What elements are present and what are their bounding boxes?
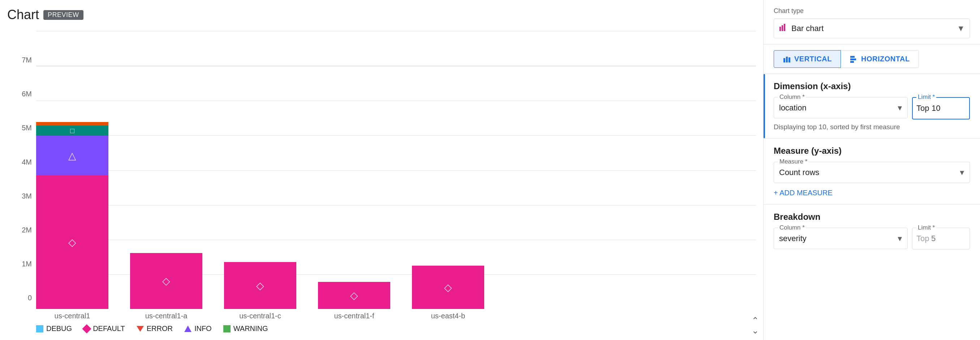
measure-heading: Measure (y-axis) (774, 146, 970, 156)
breakdown-limit-label: Limit * (916, 224, 936, 231)
y-label-7m: 7M (22, 31, 32, 65)
x-axis: us-central1 us-central1-a us-central1-c … (36, 309, 756, 320)
bar-stack-us-central1-c: ◇ (224, 262, 296, 309)
legend-debug-label: DEBUG (46, 324, 72, 333)
dimension-section: Dimension (x-axis) Column * location ▼ L… (764, 74, 980, 139)
x-label-us-central1-c: us-central1-c (224, 312, 296, 320)
limit-field-group: Limit * Top (912, 97, 970, 119)
bar-segment-error (36, 122, 108, 126)
svg-rect-3 (783, 58, 785, 62)
vertical-orientation-button[interactable]: VERTICAL (774, 50, 841, 68)
legend-error: ERROR (137, 324, 173, 333)
breakdown-column-select-arrow-icon: ▼ (896, 234, 904, 242)
measure-fields: Measure * Count rows ▼ (774, 162, 970, 183)
bar-segment-default-c: ◇ (224, 262, 296, 309)
bar-stack-us-central1: ◇ △ □ (36, 122, 108, 309)
breakdown-heading: Breakdown (774, 212, 970, 222)
preview-badge: PREVIEW (43, 10, 83, 20)
page-title: Chart (7, 7, 39, 22)
bar-group-us-central1-a: ◇ (130, 253, 202, 309)
measure-section: Measure (y-axis) Measure * Count rows ▼ … (764, 139, 980, 205)
measure-field-group: Measure * Count rows ▼ (774, 162, 970, 183)
breakdown-section: Breakdown Column * severity ▼ Limit * To… (764, 205, 980, 257)
chart-type-wrapper: Bar chart ▼ (774, 18, 970, 38)
bar-group-us-central1: ◇ △ □ (36, 122, 108, 309)
horizontal-label: HORIZONTAL (861, 55, 910, 63)
bar-stack-us-east4-b: ◇ (412, 266, 484, 309)
measure-field-label: Measure * (778, 158, 809, 165)
svg-rect-1 (782, 25, 783, 31)
bar-group-us-central1-f: ◇ (318, 282, 390, 309)
x-label-us-central1-f: us-central1-f (318, 312, 390, 320)
bar-stack-us-central1-f: ◇ (318, 282, 390, 309)
x-label-us-central1: us-central1 (36, 312, 108, 320)
svg-rect-6 (850, 56, 854, 58)
bar-segment-default-a: ◇ (130, 253, 202, 309)
chart-legend: DEBUG DEFAULT ERROR INFO WARNING (7, 320, 756, 333)
bars-area: ◇ △ □ (36, 31, 756, 309)
dimension-fields: Column * location ▼ Limit * Top (774, 97, 970, 119)
dimension-hint: Displaying top 10, sorted by first measu… (774, 123, 970, 131)
add-measure-button[interactable]: + ADD MEASURE (774, 189, 832, 197)
legend-warning-label: WARNING (234, 324, 268, 333)
y-axis: 0 1M 2M 3M 4M 5M 6M 7M (7, 31, 36, 320)
y-label-6m: 6M (22, 65, 32, 99)
breakdown-fields: Column * severity ▼ Limit * Top (774, 228, 970, 250)
legend-info-color (184, 326, 191, 332)
legend-default: DEFAULT (83, 324, 125, 333)
legend-warning-color (223, 325, 231, 332)
warning-icon: □ (70, 127, 75, 135)
svg-rect-8 (850, 61, 854, 63)
measure-select-arrow-icon: ▼ (958, 168, 966, 177)
svg-rect-2 (784, 24, 785, 31)
x-label-us-east4-b: us-east4-b (412, 312, 484, 320)
chart-type-select[interactable]: Bar chart (774, 18, 970, 38)
right-panel: Chart type Bar chart ▼ VERTICAL HORIZONT… (763, 0, 980, 340)
limit-prefix: Top (916, 104, 929, 113)
expand-collapse-button[interactable]: ⌃⌄ (752, 315, 759, 336)
x-label-us-central1-a: us-central1-a (130, 312, 202, 320)
column-select-arrow-icon: ▼ (896, 104, 904, 112)
column-field-group: Column * location ▼ (774, 97, 908, 119)
chart-type-arrow-icon: ▼ (957, 24, 965, 33)
bar-segment-default: ◇ (36, 176, 108, 309)
legend-error-color (137, 326, 144, 332)
legend-debug: DEBUG (36, 324, 72, 333)
bar-stack-us-central1-a: ◇ (130, 253, 202, 309)
horizontal-orientation-button[interactable]: HORIZONTAL (841, 50, 919, 68)
orientation-section: VERTICAL HORIZONTAL (764, 44, 980, 74)
bars-container: ◇ △ □ (36, 122, 756, 309)
legend-info: INFO (184, 324, 212, 333)
breakdown-limit-field-group: Limit * Top (912, 228, 970, 250)
bar-chart-icon (779, 23, 788, 34)
legend-default-color (82, 324, 91, 333)
legend-warning: WARNING (223, 324, 268, 333)
bar-segment-info: △ (36, 136, 108, 176)
svg-rect-0 (780, 27, 781, 31)
y-label-0: 0 (28, 269, 32, 303)
legend-error-label: ERROR (147, 324, 173, 333)
legend-debug-color (36, 325, 43, 332)
vertical-label: VERTICAL (794, 55, 832, 63)
bar-segment-default-e: ◇ (412, 266, 484, 309)
chart-inner: ◇ △ □ (36, 31, 756, 320)
info-icon: △ (68, 150, 76, 162)
breakdown-column-label: Column * (778, 224, 806, 231)
chart-type-label: Chart type (774, 7, 970, 15)
dimension-heading: Dimension (x-axis) (774, 81, 970, 91)
legend-default-label: DEFAULT (93, 324, 125, 333)
chart-type-section: Chart type Bar chart ▼ (764, 0, 980, 44)
default-icon-c: ◇ (256, 280, 264, 292)
column-field-label: Column * (778, 93, 806, 101)
bar-segment-warning: □ (36, 126, 108, 136)
chart-panel: Chart PREVIEW 0 1M 2M 3M 4M 5M 6M 7M (0, 0, 763, 340)
bar-group-us-central1-c: ◇ (224, 262, 296, 309)
chart-header: Chart PREVIEW (7, 7, 756, 22)
svg-rect-4 (786, 57, 788, 62)
default-icon: ◇ (68, 236, 76, 248)
svg-rect-5 (789, 57, 790, 62)
y-label-1m: 1M (22, 235, 32, 269)
breakdown-column-field-group: Column * severity ▼ (774, 228, 908, 249)
legend-info-label: INFO (194, 324, 212, 333)
limit-field-label: Limit * (916, 93, 936, 101)
